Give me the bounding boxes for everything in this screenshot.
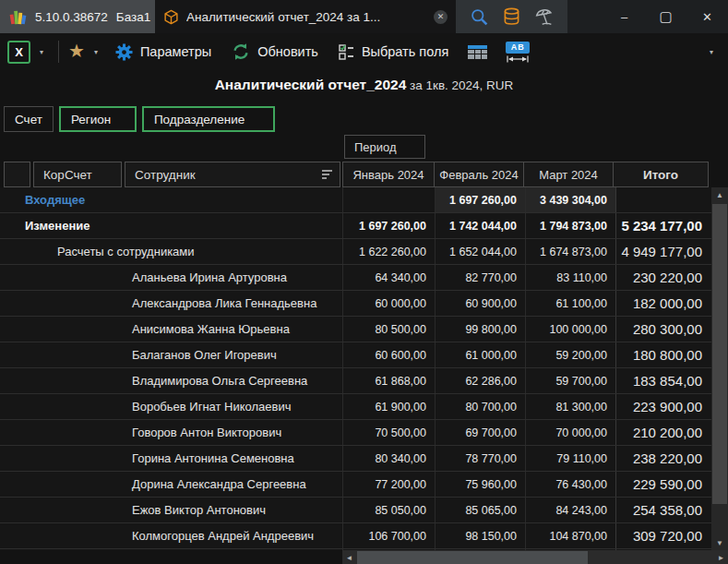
row-field-sotrudnik[interactable]: Сотрудник: [125, 162, 340, 187]
vertical-scrollbar[interactable]: ▲ ▼: [711, 187, 728, 550]
filter-field-podrazdelenie[interactable]: Подразделение: [142, 106, 275, 132]
cell-itogo: [615, 187, 711, 212]
refresh-button[interactable]: Обновить: [223, 37, 327, 66]
app-window: 5.10.0.38672 База1 Аналитический отчет_2…: [0, 0, 728, 564]
table-row: Воробьев Игнат Николаевич61 900,0080 700…: [0, 394, 711, 420]
scroll-left-icon[interactable]: ◄: [342, 554, 356, 562]
horizontal-scrollbar[interactable]: ◄ ►: [342, 550, 728, 564]
titlebar-spacer: [567, 0, 603, 33]
column-header-1[interactable]: Февраль 2024: [434, 162, 524, 187]
excel-export-button[interactable]: X: [7, 41, 30, 64]
auto-width-icon[interactable]: AB: [506, 42, 530, 63]
titlebar-quick-icons: [456, 0, 567, 33]
favorites-dropdown-icon[interactable]: ▾: [89, 48, 103, 56]
cell-month-2: 3 439 304,00: [525, 187, 615, 212]
report-tab[interactable]: Аналитический отчет_2024 за 1... ✕: [155, 0, 456, 33]
row-label[interactable]: Входящее: [0, 187, 342, 212]
excel-dropdown-icon[interactable]: ▾: [34, 48, 49, 56]
row-label[interactable]: Расчеты с сотрудниками: [0, 239, 342, 264]
ab-label: AB: [506, 42, 530, 54]
beach-umbrella-icon[interactable]: [534, 7, 554, 27]
select-fields-button[interactable]: Выбрать поля: [330, 37, 457, 66]
row-label[interactable]: [0, 549, 342, 550]
cell-month-1: 1 652 044,00: [435, 239, 525, 264]
row-label[interactable]: Балаганов Олег Игоревич: [0, 342, 342, 367]
row-label[interactable]: Ежов Виктор Антонович: [0, 498, 342, 522]
cell-itogo: 229 590,00: [615, 472, 711, 497]
cell-month-0: 70 500,00: [342, 420, 435, 445]
report-title-name: Аналитический отчет_2024: [215, 77, 407, 92]
filter-field-schet[interactable]: Счет: [4, 106, 54, 132]
row-label[interactable]: Изменение: [0, 213, 342, 238]
cell-month-2: 104 870,00: [525, 523, 615, 548]
close-button[interactable]: ✕: [686, 0, 728, 33]
sort-icon[interactable]: [322, 170, 332, 179]
cell-month-1: 78 770,00: [435, 446, 525, 471]
refresh-icon: [232, 42, 250, 61]
table-row: Александрова Лика Геннадьевна60 000,0060…: [0, 291, 711, 317]
cell-month-1: 85 065,00: [435, 498, 525, 522]
cell-month-0: 61 868,00: [342, 368, 435, 393]
cell-itogo: 180 800,00: [615, 342, 711, 367]
cell-month-0: [342, 187, 435, 212]
favorites-star-icon[interactable]: ★: [68, 42, 85, 60]
cell-month-2: 61 100,00: [525, 291, 615, 316]
cell-month-1: 98 150,00: [435, 523, 525, 548]
cell-month-1: 60 900,00: [435, 291, 525, 316]
table-row: Аланьева Ирина Артуровна64 340,0082 770,…: [0, 265, 711, 291]
row-label[interactable]: Анисимова Жанна Юрьевна: [0, 317, 342, 342]
row-label[interactable]: Говоров Антон Викторович: [0, 420, 342, 445]
cell-month-1: 62 286,00: [435, 368, 525, 393]
column-header-2[interactable]: Март 2024: [523, 162, 614, 187]
table-row: Ежов Виктор Антонович85 050,0085 065,008…: [0, 498, 711, 523]
table-row: Изменение1 697 260,001 742 044,001 794 8…: [0, 213, 711, 239]
row-label[interactable]: Воробьев Игнат Николаевич: [0, 394, 342, 419]
tab-title: Аналитический отчет_2024 за 1...: [186, 10, 426, 24]
table-row: Дорина Александра Сергеевна77 200,0075 9…: [0, 472, 711, 498]
cell-month-1: 80 700,00: [435, 394, 525, 419]
toolbar-overflow-icon[interactable]: ▾: [706, 48, 721, 56]
scroll-up-icon[interactable]: ▲: [711, 187, 728, 202]
filter-field-region[interactable]: Регион: [59, 106, 137, 132]
row-label[interactable]: Колмогорцев Андрей Андреевич: [0, 523, 342, 548]
cell-month-1: 69 700,00: [435, 420, 525, 445]
column-header-0[interactable]: Январь 2024: [342, 162, 435, 187]
toolbar: X ▾ ★ ▾ Параметры: [0, 33, 728, 70]
parameters-button[interactable]: Параметры: [107, 37, 220, 66]
cell-itogo: 182 000,00: [615, 291, 711, 316]
database-name: База1: [116, 10, 150, 24]
corner-cell[interactable]: [4, 162, 30, 187]
scroll-right-icon[interactable]: ►: [714, 554, 728, 562]
toolbar-separator: [58, 41, 59, 63]
row-label[interactable]: Дорина Александра Сергеевна: [0, 472, 342, 497]
maximize-button[interactable]: ▢: [645, 0, 686, 33]
table-row: Горина Антонина Семеновна80 340,0078 770…: [0, 446, 711, 472]
cell-month-2: 79 110,00: [525, 446, 615, 471]
database-icon[interactable]: [503, 7, 520, 27]
grid-view-icon[interactable]: [468, 45, 487, 59]
column-field-period[interactable]: Период: [344, 135, 425, 159]
cell-month-2: 100 000,00: [525, 317, 615, 342]
row-label[interactable]: Аланьева Ирина Артуровна: [0, 265, 342, 290]
tab-close-icon[interactable]: ✕: [434, 10, 448, 24]
search-icon[interactable]: [470, 7, 489, 27]
minimize-button[interactable]: –: [603, 0, 645, 33]
row-field-korschet[interactable]: КорСчет: [33, 162, 122, 187]
cell-month-0: 64 340,00: [342, 265, 435, 290]
row-label[interactable]: Горина Антонина Семеновна: [0, 446, 342, 471]
cell-month-1: 61 000,00: [435, 342, 525, 367]
row-label[interactable]: Владимирова Ольга Сергеевна: [0, 368, 342, 393]
column-header-3[interactable]: Итого: [613, 162, 709, 187]
cell-itogo: 280 300,00: [615, 317, 711, 342]
cell-month-0: 60 600,00: [342, 342, 435, 367]
row-label[interactable]: Александрова Лика Геннадьевна: [0, 291, 342, 316]
table-row: Колмогорцев Андрей Андреевич106 700,0098…: [0, 523, 711, 549]
cell-month-0: 1 622 260,00: [342, 239, 435, 264]
cell-month-2: 76 430,00: [525, 472, 615, 497]
table-row: Владимирова Ольга Сергеевна61 868,0062 2…: [0, 368, 711, 394]
vertical-scrollbar-thumb[interactable]: [712, 204, 727, 504]
cell-month-0: 106 700,00: [342, 523, 435, 548]
scroll-down-icon[interactable]: ▼: [711, 535, 728, 550]
cell-month-2: 1 794 873,00: [525, 213, 615, 238]
horizontal-scrollbar-thumb[interactable]: [357, 551, 588, 564]
